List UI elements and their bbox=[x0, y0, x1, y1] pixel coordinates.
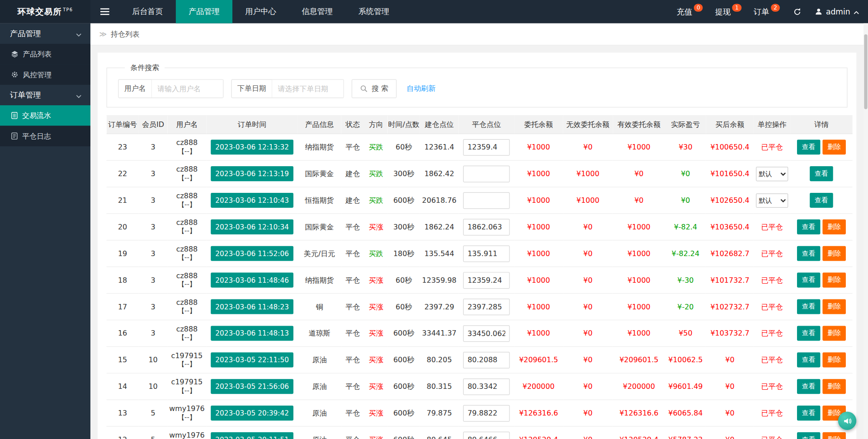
quick-link-提现[interactable]: 提现1 bbox=[715, 0, 741, 23]
nav-item-label: 产品管理 bbox=[189, 7, 220, 17]
close-point-input[interactable] bbox=[463, 245, 509, 262]
order-time-button[interactable]: 2023-03-06 11:48:13 bbox=[211, 326, 293, 341]
username-field-group: 用户名 bbox=[118, 79, 223, 98]
close-point-input[interactable] bbox=[463, 192, 509, 209]
scrollbar-thumb[interactable] bbox=[864, 34, 867, 109]
order-time-button[interactable]: 2023-03-06 12:13:19 bbox=[211, 166, 293, 181]
delete-button[interactable]: 删除 bbox=[822, 379, 846, 394]
open-point-cell: 79.875 bbox=[420, 400, 459, 426]
nav-item-信息管理[interactable]: 信息管理 bbox=[289, 0, 345, 23]
username-cell: cz888【--】 bbox=[168, 294, 207, 320]
duration: 600秒 bbox=[393, 329, 414, 337]
breadcrumb: ≫ 持仓列表 bbox=[90, 23, 868, 46]
table-row: 203cz888【--】2023-03-06 12:10:34国际黄金平仓买涨3… bbox=[107, 214, 853, 240]
close-point-input[interactable] bbox=[463, 405, 509, 421]
close-point-input[interactable] bbox=[463, 272, 509, 289]
duration: 300秒 bbox=[393, 169, 414, 177]
order-time-button[interactable]: 2023-03-06 12:10:34 bbox=[211, 220, 293, 234]
sidebar-group-header[interactable]: 订单管理 bbox=[0, 85, 90, 105]
delete-button[interactable]: 删除 bbox=[822, 140, 846, 154]
after-balance-cell: ¥103732.7 bbox=[706, 320, 754, 347]
view-button[interactable]: 查看 bbox=[797, 406, 821, 420]
admin-menu[interactable]: admin bbox=[815, 7, 859, 16]
scrollbar-track[interactable] bbox=[863, 23, 868, 439]
sidebar-item-风控管理[interactable]: 风控管理 bbox=[0, 64, 90, 84]
close-point-input[interactable] bbox=[463, 325, 509, 342]
sidebar-group-header[interactable]: 产品管理 bbox=[0, 23, 90, 44]
view-button[interactable]: 查看 bbox=[810, 193, 833, 208]
refresh-icon[interactable] bbox=[793, 8, 802, 16]
member-id-cell: 3 bbox=[139, 214, 168, 240]
duration: 600秒 bbox=[393, 382, 414, 390]
open-point-cell: 1862.42 bbox=[420, 160, 459, 187]
quick-link-订单[interactable]: 订单2 bbox=[754, 0, 780, 23]
delete-button[interactable]: 删除 bbox=[822, 326, 846, 341]
control-select[interactable]: 默认 bbox=[756, 193, 788, 208]
logo-text: 环球交易所 bbox=[18, 6, 62, 17]
audio-fab-button[interactable] bbox=[838, 412, 856, 430]
sidebar-item-平仓日志[interactable]: 平仓日志 bbox=[0, 126, 90, 146]
view-button[interactable]: 查看 bbox=[797, 246, 821, 261]
valid-entrust-balance: ¥120529.4 bbox=[619, 435, 658, 439]
close-point-input[interactable] bbox=[463, 378, 509, 395]
order-time-button[interactable]: 2023-03-05 21:56:06 bbox=[211, 379, 293, 394]
after-balance: ¥0 bbox=[725, 435, 734, 439]
view-button[interactable]: 查看 bbox=[810, 166, 833, 181]
actual-profit: ¥6065.84 bbox=[668, 409, 703, 417]
auto-refresh-link[interactable]: 自动刷新 bbox=[406, 84, 435, 93]
view-button[interactable]: 查看 bbox=[797, 299, 821, 314]
control-cell: 已平仓 bbox=[754, 214, 790, 240]
close-point-input[interactable] bbox=[463, 431, 509, 439]
order-time-button[interactable]: 2023-03-06 11:48:23 bbox=[211, 299, 293, 314]
delete-button[interactable]: 删除 bbox=[822, 432, 846, 439]
view-button[interactable]: 查看 bbox=[797, 379, 821, 394]
order-status: 平仓 bbox=[345, 302, 360, 310]
view-button[interactable]: 查看 bbox=[797, 140, 821, 154]
delete-button[interactable]: 删除 bbox=[822, 220, 846, 234]
sidebar-item-产品列表[interactable]: 产品列表 bbox=[0, 44, 90, 64]
order-id-cell: 12 bbox=[107, 426, 139, 439]
quick-link-充值[interactable]: 充值0 bbox=[677, 0, 703, 23]
order-time-button[interactable]: 2023-03-05 22:11:50 bbox=[211, 352, 293, 367]
view-button[interactable]: 查看 bbox=[797, 326, 821, 341]
view-button[interactable]: 查看 bbox=[797, 432, 821, 439]
username-input[interactable] bbox=[152, 80, 223, 98]
order-time-button[interactable]: 2023-03-05 20:11:51 bbox=[211, 432, 293, 439]
close-point-input[interactable] bbox=[463, 351, 509, 368]
delete-button[interactable]: 删除 bbox=[822, 273, 846, 288]
quick-link-label: 充值 bbox=[677, 0, 692, 23]
view-button[interactable]: 查看 bbox=[797, 273, 821, 288]
close-point-input[interactable] bbox=[463, 299, 509, 315]
order-time-button[interactable]: 2023-03-05 20:39:42 bbox=[211, 406, 293, 420]
nav-item-后台首页[interactable]: 后台首页 bbox=[119, 0, 176, 23]
nav-item-用户中心[interactable]: 用户中心 bbox=[232, 0, 289, 23]
view-button[interactable]: 查看 bbox=[797, 352, 821, 367]
order-date-input[interactable] bbox=[272, 80, 343, 98]
table-row: 233cz888【--】2023-03-06 12:13:32纳指期货平仓买跌6… bbox=[107, 134, 853, 160]
column-header: 订单编号 bbox=[107, 116, 139, 134]
close-point-input[interactable] bbox=[463, 219, 509, 235]
order-time-button[interactable]: 2023-03-06 11:48:46 bbox=[211, 273, 293, 288]
order-time-button[interactable]: 2023-03-06 12:10:43 bbox=[211, 193, 293, 208]
close-point-input[interactable] bbox=[463, 139, 509, 155]
column-header: 实际盈亏 bbox=[665, 116, 706, 134]
nav-item-系统管理[interactable]: 系统管理 bbox=[345, 0, 402, 23]
delete-button[interactable]: 删除 bbox=[822, 299, 846, 314]
speaker-icon bbox=[843, 416, 852, 425]
nav-item-产品管理[interactable]: 产品管理 bbox=[176, 0, 232, 23]
order-time-button[interactable]: 2023-03-06 11:52:06 bbox=[211, 246, 293, 261]
sidebar-item-交易流水[interactable]: 交易流水 bbox=[0, 105, 90, 126]
delete-button[interactable]: 删除 bbox=[822, 246, 846, 261]
view-button[interactable]: 查看 bbox=[797, 220, 821, 234]
detail-cell: 查看删除 bbox=[790, 373, 852, 400]
close-point-cell bbox=[459, 426, 514, 439]
control-select[interactable]: 默认 bbox=[756, 167, 788, 181]
invalid-balance-cell: ¥0 bbox=[563, 346, 613, 373]
search-button[interactable]: 搜 索 bbox=[352, 79, 397, 98]
close-point-input[interactable] bbox=[463, 165, 509, 182]
delete-button[interactable]: 删除 bbox=[822, 352, 846, 367]
detail-cell: 查看 bbox=[790, 187, 852, 214]
menu-toggle-icon[interactable] bbox=[90, 0, 119, 23]
order-time-button[interactable]: 2023-03-06 12:13:32 bbox=[211, 140, 293, 154]
after-balance-cell: ¥0 bbox=[706, 426, 754, 439]
